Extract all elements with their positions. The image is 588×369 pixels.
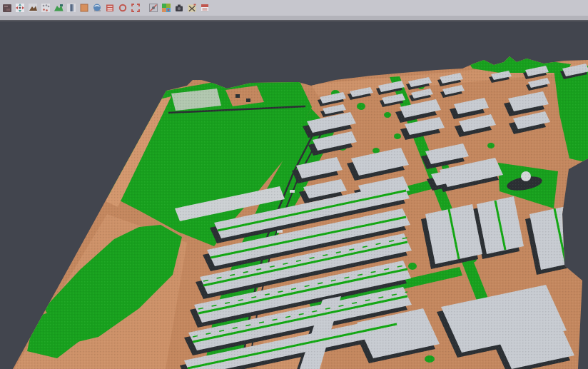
cross-section-icon[interactable] — [65, 1, 78, 14]
report-table-icon[interactable] — [198, 1, 211, 14]
main-toolbar — [0, 0, 588, 16]
zoom-extents-icon[interactable] — [129, 1, 142, 14]
ortho-image-icon[interactable] — [78, 1, 91, 14]
classification-palette-icon[interactable] — [160, 1, 173, 14]
zoom-circle-icon[interactable] — [116, 1, 129, 14]
snapshot-icon[interactable] — [147, 1, 160, 14]
measure-grid-icon[interactable] — [186, 1, 198, 14]
terrain-model-icon[interactable] — [26, 1, 39, 14]
pan-view-icon[interactable] — [14, 1, 26, 14]
camera-icon[interactable] — [173, 1, 186, 14]
viewport-3d[interactable] — [0, 21, 588, 369]
surface-model-icon[interactable] — [52, 1, 65, 14]
open-file-icon[interactable] — [1, 1, 14, 14]
view-3d-icon[interactable] — [91, 1, 103, 14]
app-window — [0, 0, 588, 369]
point-cloud-icon[interactable] — [39, 1, 52, 14]
profile-list-icon[interactable] — [103, 1, 116, 14]
